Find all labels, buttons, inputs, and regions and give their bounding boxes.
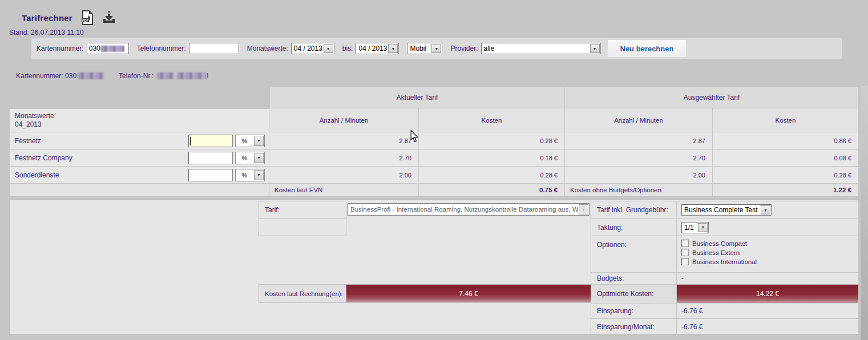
business-extern-checkbox[interactable] bbox=[681, 249, 689, 256]
selected-tariff-block: Tarif inkl. Grundgebühr: Business Comple… bbox=[591, 201, 859, 335]
col-header-anzahl-minuten-2: Anzahl / Minuten bbox=[565, 108, 713, 132]
col-header-kosten-2: Kosten bbox=[713, 108, 859, 132]
chevron-down-icon: ▼ bbox=[761, 205, 770, 214]
tariff-detail-panel: Tarif: BusinessProfi - International Roa… bbox=[9, 199, 859, 335]
budgets-row: Budgets: - bbox=[591, 273, 858, 285]
festnetz-company-percent-select[interactable]: % ▼ bbox=[235, 152, 265, 164]
business-compact-checkbox[interactable] bbox=[681, 240, 689, 247]
chevron-down-icon: ▼ bbox=[590, 44, 600, 53]
pdf-export-icon[interactable]: PDF bbox=[80, 10, 94, 25]
kosten-rechnung-row: Kosten laut Rechnung(en): 7.46 € bbox=[259, 284, 591, 303]
optionen-label: Optionen: bbox=[591, 236, 677, 272]
row-sonderdienste: Sonderdienste % ▼ bbox=[9, 167, 269, 184]
optimierte-kosten-bar: 14.22 € bbox=[677, 285, 858, 303]
bis-label: bis: bbox=[342, 44, 353, 52]
monatswerte-header-cell: Monatswerte: 04_2013 bbox=[9, 108, 269, 132]
row-festnetz-company: Festnetz Company % ▼ bbox=[9, 149, 269, 167]
info-telefon-label: Telefon-Nr.: bbox=[119, 72, 154, 80]
festnetz-kosten-aktuell: 0.28 € bbox=[419, 132, 565, 149]
einsparung-monat-label: Einsparung/Monat: bbox=[591, 319, 677, 335]
filter-toolbar: Kartennummer: 030 Telefonnummer: Monatsw… bbox=[31, 38, 842, 59]
tariff-comparison-table: Aktueller Tarif Ausgewählter Tarif Monat… bbox=[9, 87, 859, 197]
page-bottom-divider bbox=[0, 338, 868, 338]
einsparung-row: Einsparung: -6.76 € bbox=[591, 303, 858, 319]
festnetz-company-kosten-ausgewaehlt: 0.08 € bbox=[713, 149, 859, 167]
col-header-kosten-1: Kosten bbox=[419, 108, 565, 132]
festnetz-percent-input[interactable] bbox=[188, 135, 233, 147]
provider-select[interactable]: alle ▼ bbox=[481, 43, 601, 54]
optimierte-kosten-label: Optimierte Kosten: bbox=[591, 285, 677, 303]
kartennummer-input[interactable]: 030 bbox=[87, 43, 129, 54]
kosten-ohne-budgets-value: 1.22 € bbox=[713, 184, 859, 197]
festnetz-company-kosten-aktuell: 0.18 € bbox=[419, 149, 565, 167]
chevron-down-icon: ▼ bbox=[254, 170, 264, 180]
neu-berechnen-button[interactable]: Neu berechnen bbox=[608, 40, 687, 57]
kosten-ohne-budgets-label: Kosten ohne Budgets/Optionen bbox=[565, 184, 713, 197]
chevron-down-icon: ▼ bbox=[431, 44, 441, 53]
redacted-phone-2 bbox=[177, 72, 207, 79]
sonderdienste-anzahl-aktuell: 2.00 bbox=[269, 167, 419, 184]
redacted-phone-1 bbox=[157, 72, 174, 79]
einsparung-label: Einsparung: bbox=[591, 303, 677, 318]
budgets-value: - bbox=[677, 273, 858, 284]
download-icon[interactable] bbox=[102, 10, 116, 25]
sonderdienste-kosten-ausgewaehlt: 0.28 € bbox=[713, 167, 859, 184]
svg-text:PDF: PDF bbox=[82, 19, 89, 22]
grundgebuehr-select[interactable]: Business Complete Test ▼ bbox=[681, 204, 772, 216]
netz-select[interactable]: Mobil ▼ bbox=[407, 43, 442, 54]
monatswerte-von-select[interactable]: 04 / 2013 ▼ bbox=[291, 43, 334, 54]
sonderdienste-percent-select[interactable]: % ▼ bbox=[235, 169, 265, 181]
chevron-down-icon: ▼ bbox=[254, 136, 264, 146]
taktung-label: Taktung: bbox=[591, 219, 677, 236]
redacted-card-number bbox=[78, 72, 104, 79]
chevron-down-icon: ▼ bbox=[254, 153, 264, 163]
group-header-ausgewaehlter-tarif: Ausgewählter Tarif bbox=[565, 87, 859, 108]
festnetz-company-percent-input[interactable] bbox=[188, 152, 233, 164]
festnetz-kosten-ausgewaehlt: 0.86 € bbox=[713, 132, 859, 149]
option-business-international: Business International bbox=[681, 258, 757, 265]
monatswerte-bis-select[interactable]: 04 / 2013 ▼ bbox=[356, 43, 399, 54]
chevron-down-icon: ▼ bbox=[698, 223, 708, 232]
kosten-rechnung-bar: 7.46 € bbox=[346, 285, 591, 302]
grundgebuehr-label: Tarif inkl. Grundgebühr: bbox=[591, 201, 677, 218]
chevron-down-icon: ▼ bbox=[388, 44, 398, 53]
budgets-label: Budgets: bbox=[591, 273, 677, 284]
redacted-kartennummer bbox=[100, 46, 124, 52]
sonderdienste-percent-input[interactable] bbox=[188, 169, 233, 181]
optionen-row: Optionen: Business Compact Business Exte… bbox=[591, 236, 858, 273]
einsparung-monat-value: -6.76 € bbox=[677, 319, 858, 335]
business-international-checkbox[interactable] bbox=[681, 258, 689, 265]
monatswerte-label: Monatswerte: bbox=[247, 44, 288, 52]
grundgebuehr-row: Tarif inkl. Grundgebühr: Business Comple… bbox=[591, 201, 858, 219]
tarif-select[interactable]: BusinessProfi - International Roaming, N… bbox=[348, 203, 590, 216]
header: Tarifrechner PDF bbox=[22, 10, 116, 25]
kosten-laut-evn-value: 0.75 € bbox=[419, 184, 565, 197]
kosten-laut-evn-label: Kosten laut EVN bbox=[269, 184, 419, 197]
festnetz-company-anzahl-ausgewaehlt: 2.70 bbox=[565, 149, 713, 167]
option-business-compact: Business Compact bbox=[681, 240, 757, 247]
info-telefon-suffix: l bbox=[207, 72, 208, 80]
page-edge-shadow bbox=[861, 86, 868, 340]
festnetz-anzahl-ausgewaehlt: 2.87 bbox=[565, 132, 713, 149]
card-info-line: Kartennummer: 030 Telefon-Nr.: l bbox=[16, 72, 208, 80]
text-caret bbox=[190, 137, 191, 145]
festnetz-anzahl-aktuell: 2.87 bbox=[269, 132, 419, 149]
kosten-rechnung-label: Kosten laut Rechnung(en): bbox=[259, 285, 346, 302]
chevron-down-icon: ▼ bbox=[579, 204, 588, 214]
optimierte-kosten-row: Optimierte Kosten: 14.22 € bbox=[591, 285, 858, 303]
telefonnummer-input[interactable] bbox=[189, 43, 239, 54]
kartennummer-label: Kartennummer: bbox=[37, 44, 84, 52]
festnetz-percent-select[interactable]: % ▼ bbox=[235, 135, 265, 147]
page-title: Tarifrechner bbox=[22, 13, 72, 23]
col-header-anzahl-minuten-1: Anzahl / Minuten bbox=[269, 108, 419, 132]
stand-timestamp: Stand: 26.07.2013 11:10 bbox=[9, 29, 84, 37]
taktung-select[interactable]: 1/1 ▼ bbox=[681, 222, 709, 233]
tarif-label: Tarif: bbox=[259, 201, 346, 219]
option-business-extern: Business Extern bbox=[681, 249, 757, 256]
tarif-label-block: Tarif: bbox=[259, 201, 346, 236]
festnetz-company-anzahl-aktuell: 2.70 bbox=[269, 149, 419, 167]
tarif-empty-cell bbox=[259, 219, 346, 236]
tarifrechner-page: Tarifrechner PDF Stand: 26.07.2013 11:10… bbox=[0, 0, 868, 340]
info-kartennummer: Kartennummer: 030 bbox=[16, 72, 76, 80]
sonderdienste-kosten-aktuell: 0.28 € bbox=[419, 167, 565, 184]
